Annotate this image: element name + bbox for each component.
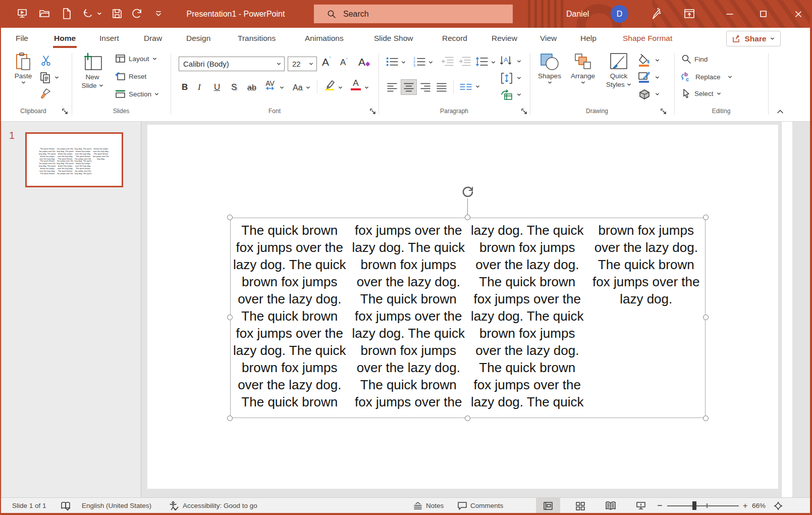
new-document-icon[interactable] — [62, 8, 72, 20]
underline-button[interactable]: U — [214, 80, 220, 93]
accessibility-status[interactable]: Accessibility: Good to go — [183, 498, 257, 513]
cut-icon[interactable] — [40, 55, 51, 66]
accessibility-icon[interactable] — [169, 498, 179, 513]
shape-effects-button[interactable] — [638, 88, 651, 100]
shapes-button[interactable]: Shapes — [535, 53, 564, 85]
arrange-button[interactable]: Arrange — [567, 53, 599, 85]
select-button[interactable]: Select — [681, 88, 721, 98]
italic-button[interactable]: I — [198, 80, 201, 93]
character-spacing-button[interactable]: AV — [265, 80, 275, 93]
text-box-border[interactable] — [230, 218, 706, 418]
resize-handle-top-left[interactable] — [227, 215, 233, 220]
replace-button[interactable]: bc Replace — [680, 71, 732, 82]
search-input[interactable]: Search — [314, 5, 513, 23]
tab-file[interactable]: File — [15, 28, 29, 49]
comments-button[interactable]: Comments — [457, 498, 503, 513]
resize-handle-top-right[interactable] — [703, 215, 709, 220]
coming-soon-icon[interactable] — [649, 8, 662, 21]
bullets-button[interactable] — [386, 56, 399, 67]
section-button[interactable]: Section — [115, 89, 159, 98]
normal-view-button[interactable] — [536, 498, 560, 513]
tab-transitions[interactable]: Transitions — [237, 28, 277, 49]
font-dialog-launcher-icon[interactable] — [369, 108, 376, 115]
vertical-scrollbar[interactable] — [781, 122, 792, 497]
text-direction-dropdown-icon[interactable] — [517, 59, 521, 64]
line-spacing-button[interactable] — [475, 56, 489, 67]
new-slide-button[interactable]: New Slide — [77, 53, 108, 90]
resize-handle-top-center[interactable] — [465, 215, 470, 220]
arrange-dropdown-icon[interactable] — [581, 80, 585, 85]
numbering-dropdown-icon[interactable] — [428, 60, 433, 65]
avatar[interactable]: D — [611, 5, 628, 23]
zoom-level[interactable]: 66% — [752, 498, 766, 513]
tab-home[interactable]: Home — [53, 28, 77, 49]
fit-to-window-icon[interactable] — [773, 498, 783, 513]
zoom-out-button[interactable]: − — [657, 498, 663, 513]
drawing-dialog-launcher-icon[interactable] — [660, 108, 667, 115]
zoom-slider-thumb[interactable] — [692, 501, 696, 510]
text-shadow-button[interactable]: S — [231, 80, 237, 93]
copy-icon[interactable] — [39, 71, 51, 84]
text-direction-button[interactable]: A — [500, 55, 513, 67]
tab-review[interactable]: Review — [491, 28, 518, 49]
bullets-dropdown-icon[interactable] — [401, 60, 406, 65]
resize-handle-bottom-right[interactable] — [703, 416, 709, 421]
shape-outline-dropdown-icon[interactable] — [655, 75, 660, 80]
decrease-font-size-button[interactable]: Aˇ — [340, 58, 348, 68]
ribbon-display-options-icon[interactable] — [683, 8, 695, 19]
zoom-slider[interactable] — [667, 498, 739, 513]
slide-thumbnail[interactable]: The quick brownfox jumps over thelazy do… — [25, 132, 123, 187]
quick-styles-dropdown-icon[interactable] — [627, 82, 631, 87]
tab-shape-format[interactable]: Shape Format — [622, 28, 673, 49]
quick-styles-button[interactable]: Quick Styles — [603, 53, 635, 89]
zoom-in-button[interactable]: + — [743, 498, 747, 513]
font-family-select[interactable]: Calibri (Body) — [179, 57, 285, 71]
undo-dropdown-icon[interactable] — [97, 11, 102, 16]
notes-button[interactable]: Notes — [413, 498, 444, 513]
columns-button[interactable] — [459, 82, 472, 91]
language-status[interactable]: English (United States) — [82, 498, 151, 513]
decrease-indent-button[interactable] — [441, 56, 454, 67]
reading-view-button[interactable] — [599, 498, 623, 513]
slide-show-view-button[interactable] — [629, 498, 653, 513]
new-slide-dropdown-icon[interactable] — [99, 83, 103, 88]
clipboard-dialog-launcher-icon[interactable] — [62, 108, 69, 115]
rotate-handle[interactable] — [460, 184, 475, 199]
redo-icon[interactable] — [131, 8, 143, 20]
resize-handle-middle-right[interactable] — [703, 315, 709, 320]
layout-button[interactable]: Layout — [115, 54, 157, 63]
change-case-dropdown-icon[interactable] — [306, 85, 310, 90]
align-text-button[interactable] — [501, 72, 513, 84]
maximize-button[interactable] — [751, 0, 775, 28]
shapes-dropdown-icon[interactable] — [548, 80, 552, 85]
minimize-button[interactable] — [718, 0, 741, 28]
font-color-dropdown-icon[interactable] — [364, 85, 369, 90]
highlight-dropdown-icon[interactable] — [338, 85, 343, 90]
save-button[interactable] — [111, 8, 123, 20]
font-size-select[interactable]: 22 — [288, 57, 317, 71]
collapse-ribbon-icon[interactable] — [776, 109, 784, 115]
highlight-color-button[interactable] — [323, 79, 336, 90]
numbering-button[interactable]: 123 — [413, 56, 426, 67]
change-case-button[interactable]: Aa — [293, 80, 303, 93]
find-button[interactable]: Find — [681, 54, 708, 64]
strikethrough-button[interactable]: ab — [247, 80, 256, 93]
columns-dropdown-icon[interactable] — [475, 84, 480, 89]
resize-handle-bottom-center[interactable] — [465, 416, 470, 421]
tab-design[interactable]: Design — [185, 28, 211, 49]
align-left-button[interactable] — [385, 80, 400, 94]
character-spacing-dropdown-icon[interactable] — [280, 85, 284, 90]
shape-fill-dropdown-icon[interactable] — [655, 58, 660, 63]
shape-fill-button[interactable] — [638, 54, 651, 67]
share-button[interactable]: Share — [726, 31, 781, 46]
bold-button[interactable]: B — [182, 80, 188, 93]
tab-slide-show[interactable]: Slide Show — [373, 28, 414, 49]
resize-handle-bottom-left[interactable] — [227, 416, 233, 421]
smartart-dropdown-icon[interactable] — [517, 92, 521, 97]
shape-effects-dropdown-icon[interactable] — [655, 92, 660, 96]
close-button[interactable] — [785, 0, 811, 28]
user-name[interactable]: Daniel — [566, 0, 589, 28]
reset-button[interactable]: Reset — [115, 72, 146, 81]
copy-dropdown-icon[interactable] — [55, 75, 59, 80]
tab-record[interactable]: Record — [441, 28, 468, 49]
